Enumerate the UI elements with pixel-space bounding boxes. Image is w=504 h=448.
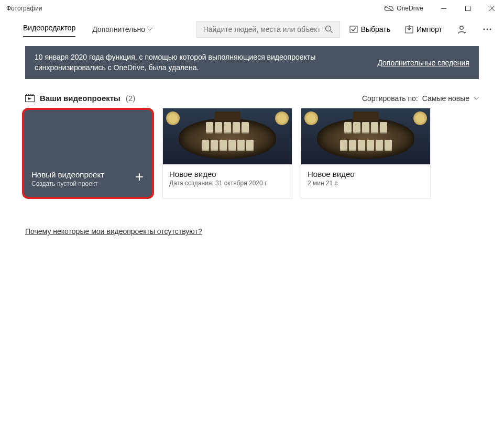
svg-point-3 bbox=[325, 26, 331, 31]
minimize-icon bbox=[441, 8, 446, 9]
toolbar: Видеоредактор Дополнительно Выбрать Импо… bbox=[0, 17, 504, 42]
chevron-down-icon bbox=[474, 97, 479, 100]
info-banner: 10 января 2020 года функция, с помощью к… bbox=[25, 46, 479, 79]
maximize-button[interactable] bbox=[456, 0, 480, 17]
banner-link[interactable]: Дополнительные сведения bbox=[377, 59, 469, 67]
import-button[interactable]: Импорт bbox=[400, 21, 447, 38]
import-label: Импорт bbox=[417, 25, 442, 33]
banner-text: 10 января 2020 года функция, с помощью к… bbox=[35, 52, 328, 73]
projects-header: Ваши видеопроекты (2) Сортировать по: Са… bbox=[25, 94, 479, 103]
project-title: Новое видео bbox=[308, 170, 424, 178]
select-icon bbox=[349, 25, 358, 33]
minimize-button[interactable] bbox=[432, 0, 456, 17]
import-icon bbox=[405, 25, 413, 33]
projects-count: (2) bbox=[126, 94, 135, 103]
svg-rect-16 bbox=[32, 94, 34, 95]
select-label: Выбрать bbox=[361, 25, 390, 33]
svg-point-8 bbox=[465, 32, 466, 33]
onedrive-label: OneDrive bbox=[397, 5, 423, 12]
window-title: Фотографии bbox=[6, 5, 42, 12]
more-icon bbox=[483, 28, 491, 30]
project-meta: 2 мин 21 с bbox=[308, 180, 424, 187]
new-project-title: Новый видеопроект bbox=[31, 170, 145, 179]
titlebar: Фотографии OneDrive bbox=[0, 0, 504, 17]
project-thumbnail bbox=[163, 108, 292, 164]
close-button[interactable] bbox=[480, 0, 504, 17]
svg-rect-2 bbox=[466, 6, 470, 11]
person-icon bbox=[457, 25, 467, 34]
new-project-card[interactable]: Новый видеопроект Создать пустой проект … bbox=[22, 108, 154, 199]
tab-video-editor[interactable]: Видеоредактор bbox=[23, 20, 75, 38]
svg-rect-5 bbox=[350, 26, 357, 32]
project-cards: Новый видеопроект Создать пустой проект … bbox=[22, 108, 482, 199]
new-project-subtitle: Создать пустой проект bbox=[31, 180, 145, 187]
projects-header-label: Ваши видеопроекты bbox=[40, 94, 120, 103]
svg-rect-15 bbox=[30, 94, 31, 95]
cloud-slash-icon bbox=[384, 5, 393, 12]
search-button[interactable] bbox=[321, 21, 337, 37]
more-button[interactable] bbox=[477, 21, 498, 38]
project-card[interactable]: Новое видео 2 мин 21 с bbox=[301, 108, 431, 199]
svg-rect-13 bbox=[26, 94, 27, 95]
projects-icon bbox=[25, 94, 35, 103]
plus-icon: + bbox=[135, 169, 144, 185]
svg-rect-14 bbox=[28, 94, 29, 95]
sort-dropdown[interactable]: Сортировать по: Самые новые bbox=[362, 94, 479, 103]
tab-more-label: Дополнительно bbox=[92, 25, 145, 33]
svg-point-7 bbox=[460, 26, 463, 29]
maximize-icon bbox=[465, 6, 470, 11]
project-meta: Дата создания: 31 октября 2020 г. bbox=[169, 180, 286, 187]
chevron-down-icon bbox=[147, 28, 152, 31]
project-card[interactable]: Новое видео Дата создания: 31 октября 20… bbox=[162, 108, 292, 199]
project-thumbnail bbox=[301, 108, 430, 164]
sort-value: Самые новые bbox=[422, 94, 469, 103]
account-button[interactable] bbox=[452, 21, 473, 38]
search-input[interactable] bbox=[203, 25, 321, 33]
select-button[interactable]: Выбрать bbox=[344, 21, 396, 38]
tab-more-dropdown[interactable]: Дополнительно bbox=[92, 25, 152, 33]
svg-line-4 bbox=[330, 31, 332, 33]
project-title: Новое видео bbox=[169, 170, 286, 178]
svg-point-9 bbox=[484, 29, 485, 30]
onedrive-button[interactable]: OneDrive bbox=[376, 0, 432, 17]
svg-rect-1 bbox=[441, 8, 446, 9]
missing-projects-link[interactable]: Почему некоторые мои видеопроекты отсутс… bbox=[25, 227, 479, 236]
svg-point-10 bbox=[487, 29, 488, 30]
close-icon bbox=[489, 6, 495, 11]
search-icon bbox=[325, 25, 333, 33]
sort-label: Сортировать по: bbox=[362, 94, 418, 103]
search-box[interactable] bbox=[196, 21, 340, 38]
svg-point-11 bbox=[490, 29, 491, 30]
